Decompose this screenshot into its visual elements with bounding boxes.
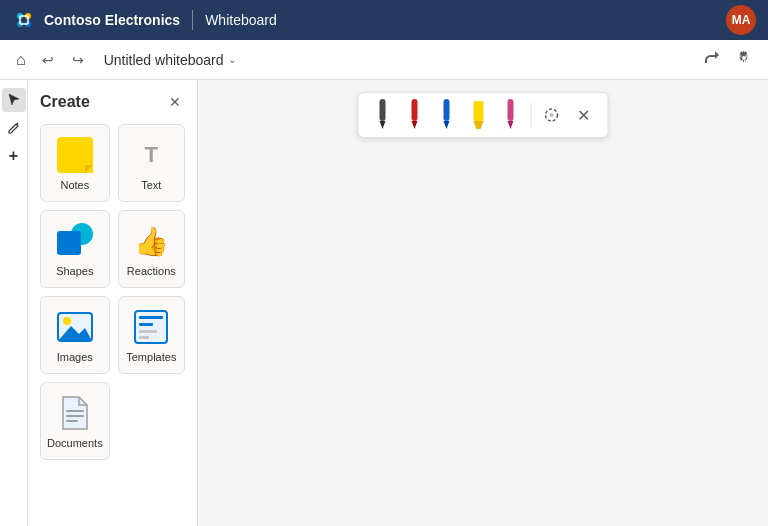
documents-label: Documents [47, 437, 103, 449]
shapes-label: Shapes [56, 265, 93, 277]
main-area: + Create ✕ Notes T Text [0, 80, 768, 526]
svg-point-9 [63, 317, 71, 325]
svg-rect-19 [380, 99, 386, 121]
add-button[interactable]: + [2, 144, 26, 168]
close-panel-button[interactable]: ✕ [165, 92, 185, 112]
pen-pink-button[interactable] [497, 99, 525, 131]
highlighter-yellow-icon [471, 101, 487, 129]
topbar-avatar[interactable]: MA [726, 5, 756, 35]
notes-label: Notes [60, 179, 89, 191]
svg-point-30 [550, 113, 554, 117]
home-button[interactable]: ⌂ [12, 47, 30, 73]
create-grid: Notes T Text Shapes [40, 124, 185, 460]
svg-rect-12 [139, 316, 163, 319]
create-item-documents[interactable]: Documents [40, 382, 110, 460]
left-sidebar: + [0, 80, 28, 526]
undo-button[interactable]: ↩ [36, 48, 60, 72]
text-icon: T [131, 135, 171, 175]
lasso-select-button[interactable] [538, 101, 566, 129]
svg-marker-24 [444, 121, 450, 129]
canvas-area[interactable]: ✕ [198, 80, 768, 526]
svg-marker-28 [508, 121, 514, 129]
breadcrumb[interactable]: Untitled whiteboard ⌄ [96, 48, 244, 72]
text-shape: T [135, 139, 167, 171]
pen-red-button[interactable] [401, 99, 429, 131]
templates-shape [134, 310, 168, 344]
lasso-icon [544, 107, 560, 123]
topbar: Contoso Electronics Whiteboard MA [0, 0, 768, 40]
create-panel-title: Create [40, 93, 90, 111]
shapes-shape [57, 223, 93, 259]
create-panel-header: Create ✕ [40, 92, 185, 112]
reactions-icon: 👍 [131, 221, 171, 261]
ink-toolbar-divider [531, 103, 532, 127]
templates-icon [131, 307, 171, 347]
svg-rect-27 [508, 99, 514, 121]
shapes-square [57, 231, 81, 255]
pen-black-icon [376, 99, 390, 129]
images-label: Images [57, 351, 93, 363]
sticky-note-shape [57, 137, 93, 173]
create-item-shapes[interactable]: Shapes [40, 210, 110, 288]
shapes-icon [55, 221, 95, 261]
secondbar-right [700, 46, 756, 74]
reactions-label: Reactions [127, 265, 176, 277]
plus-icon: + [9, 147, 18, 165]
highlighter-yellow-button[interactable] [465, 99, 493, 131]
text-label: Text [141, 179, 161, 191]
svg-marker-20 [380, 121, 386, 129]
pen-black-button[interactable] [369, 99, 397, 131]
pen-blue-icon [440, 99, 454, 129]
svg-rect-15 [139, 336, 149, 339]
app-logo-icon [12, 8, 36, 32]
create-panel: Create ✕ Notes T Text [28, 80, 198, 526]
create-item-images[interactable]: Images [40, 296, 110, 374]
pen-red-icon [408, 99, 422, 129]
images-icon [55, 307, 95, 347]
create-item-templates[interactable]: Templates [118, 296, 185, 374]
share-icon [704, 50, 720, 66]
pen-blue-button[interactable] [433, 99, 461, 131]
notes-icon [55, 135, 95, 175]
secondbar: ⌂ ↩ ↪ Untitled whiteboard ⌄ [0, 40, 768, 80]
svg-rect-14 [139, 330, 157, 333]
create-item-reactions[interactable]: 👍 Reactions [118, 210, 185, 288]
topbar-module-name: Whiteboard [205, 12, 277, 28]
share-button[interactable] [700, 46, 724, 74]
pen-tool-button[interactable] [2, 116, 26, 140]
topbar-app-name: Contoso Electronics [44, 12, 180, 28]
settings-button[interactable] [732, 46, 756, 74]
ink-toolbar: ✕ [358, 92, 609, 138]
close-ink-toolbar-button[interactable]: ✕ [570, 101, 598, 129]
select-tool-button[interactable] [2, 88, 26, 112]
images-shape [57, 312, 93, 342]
close-icon: ✕ [577, 106, 590, 125]
thumbs-up-icon: 👍 [134, 225, 169, 258]
svg-rect-25 [474, 101, 484, 121]
pen-pink-icon [505, 99, 517, 129]
pen-icon [7, 121, 21, 135]
documents-icon [55, 393, 95, 433]
svg-rect-21 [412, 99, 418, 121]
redo-button[interactable]: ↪ [66, 48, 90, 72]
svg-rect-23 [444, 99, 450, 121]
svg-marker-22 [412, 121, 418, 129]
svg-marker-26 [474, 121, 484, 129]
documents-shape [61, 395, 89, 431]
create-item-text[interactable]: T Text [118, 124, 185, 202]
breadcrumb-text: Untitled whiteboard [104, 52, 224, 68]
gear-icon [736, 50, 752, 66]
create-item-notes[interactable]: Notes [40, 124, 110, 202]
topbar-logo: Contoso Electronics [12, 8, 180, 32]
chevron-down-icon: ⌄ [228, 54, 236, 65]
topbar-divider [192, 10, 193, 30]
cursor-icon [7, 93, 21, 107]
svg-rect-13 [139, 323, 153, 326]
templates-label: Templates [126, 351, 176, 363]
